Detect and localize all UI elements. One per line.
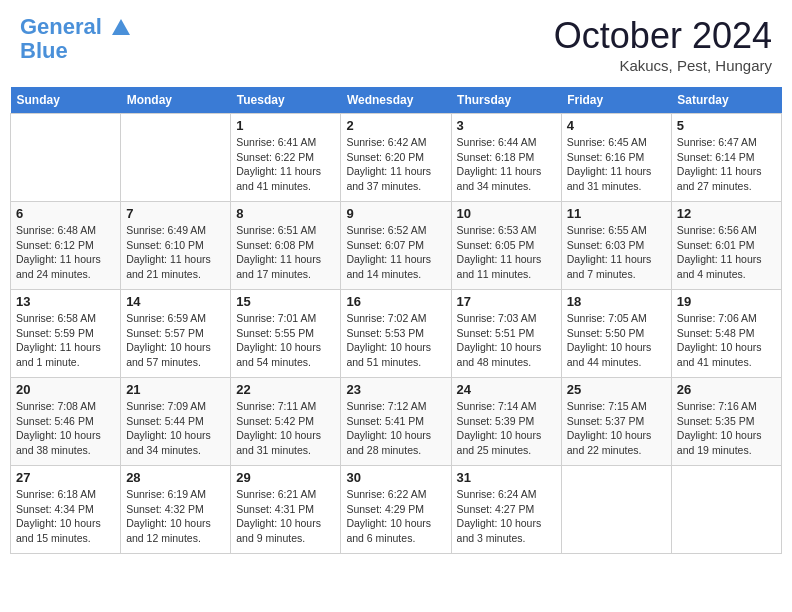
- weekday-header: Thursday: [451, 87, 561, 114]
- day-info: Sunrise: 6:41 AMSunset: 6:22 PMDaylight:…: [236, 135, 335, 194]
- weekday-header: Saturday: [671, 87, 781, 114]
- calendar-cell: 26Sunrise: 7:16 AMSunset: 5:35 PMDayligh…: [671, 378, 781, 466]
- calendar-week-row: 6Sunrise: 6:48 AMSunset: 6:12 PMDaylight…: [11, 202, 782, 290]
- calendar-cell: 17Sunrise: 7:03 AMSunset: 5:51 PMDayligh…: [451, 290, 561, 378]
- day-number: 26: [677, 382, 776, 397]
- day-number: 14: [126, 294, 225, 309]
- month-title: October 2024: [554, 15, 772, 57]
- logo: General Blue: [20, 15, 134, 63]
- calendar-cell: 18Sunrise: 7:05 AMSunset: 5:50 PMDayligh…: [561, 290, 671, 378]
- calendar-cell: 19Sunrise: 7:06 AMSunset: 5:48 PMDayligh…: [671, 290, 781, 378]
- day-number: 28: [126, 470, 225, 485]
- calendar-cell: 11Sunrise: 6:55 AMSunset: 6:03 PMDayligh…: [561, 202, 671, 290]
- day-number: 2: [346, 118, 445, 133]
- day-number: 13: [16, 294, 115, 309]
- day-info: Sunrise: 6:56 AMSunset: 6:01 PMDaylight:…: [677, 223, 776, 282]
- day-info: Sunrise: 7:05 AMSunset: 5:50 PMDaylight:…: [567, 311, 666, 370]
- day-info: Sunrise: 7:11 AMSunset: 5:42 PMDaylight:…: [236, 399, 335, 458]
- calendar-cell: 3Sunrise: 6:44 AMSunset: 6:18 PMDaylight…: [451, 114, 561, 202]
- calendar-cell: 24Sunrise: 7:14 AMSunset: 5:39 PMDayligh…: [451, 378, 561, 466]
- day-number: 1: [236, 118, 335, 133]
- calendar-cell: 27Sunrise: 6:18 AMSunset: 4:34 PMDayligh…: [11, 466, 121, 554]
- day-info: Sunrise: 6:44 AMSunset: 6:18 PMDaylight:…: [457, 135, 556, 194]
- calendar-cell: 5Sunrise: 6:47 AMSunset: 6:14 PMDaylight…: [671, 114, 781, 202]
- calendar-cell: 15Sunrise: 7:01 AMSunset: 5:55 PMDayligh…: [231, 290, 341, 378]
- day-number: 9: [346, 206, 445, 221]
- day-info: Sunrise: 6:55 AMSunset: 6:03 PMDaylight:…: [567, 223, 666, 282]
- page-header: General Blue October 2024 Kakucs, Pest, …: [10, 10, 782, 79]
- calendar-week-row: 27Sunrise: 6:18 AMSunset: 4:34 PMDayligh…: [11, 466, 782, 554]
- weekday-header: Tuesday: [231, 87, 341, 114]
- calendar-cell: [561, 466, 671, 554]
- day-number: 19: [677, 294, 776, 309]
- day-number: 4: [567, 118, 666, 133]
- calendar-cell: 16Sunrise: 7:02 AMSunset: 5:53 PMDayligh…: [341, 290, 451, 378]
- calendar-cell: [121, 114, 231, 202]
- day-number: 31: [457, 470, 556, 485]
- calendar-cell: 9Sunrise: 6:52 AMSunset: 6:07 PMDaylight…: [341, 202, 451, 290]
- calendar-table: SundayMondayTuesdayWednesdayThursdayFrid…: [10, 87, 782, 554]
- calendar-cell: 13Sunrise: 6:58 AMSunset: 5:59 PMDayligh…: [11, 290, 121, 378]
- day-info: Sunrise: 6:42 AMSunset: 6:20 PMDaylight:…: [346, 135, 445, 194]
- day-number: 5: [677, 118, 776, 133]
- day-number: 18: [567, 294, 666, 309]
- weekday-header-row: SundayMondayTuesdayWednesdayThursdayFrid…: [11, 87, 782, 114]
- day-number: 29: [236, 470, 335, 485]
- calendar-cell: 28Sunrise: 6:19 AMSunset: 4:32 PMDayligh…: [121, 466, 231, 554]
- weekday-header: Monday: [121, 87, 231, 114]
- calendar-cell: 22Sunrise: 7:11 AMSunset: 5:42 PMDayligh…: [231, 378, 341, 466]
- day-info: Sunrise: 7:14 AMSunset: 5:39 PMDaylight:…: [457, 399, 556, 458]
- day-number: 6: [16, 206, 115, 221]
- day-info: Sunrise: 6:49 AMSunset: 6:10 PMDaylight:…: [126, 223, 225, 282]
- day-info: Sunrise: 6:53 AMSunset: 6:05 PMDaylight:…: [457, 223, 556, 282]
- calendar-cell: 21Sunrise: 7:09 AMSunset: 5:44 PMDayligh…: [121, 378, 231, 466]
- calendar-cell: [671, 466, 781, 554]
- calendar-cell: 31Sunrise: 6:24 AMSunset: 4:27 PMDayligh…: [451, 466, 561, 554]
- day-number: 3: [457, 118, 556, 133]
- calendar-cell: 14Sunrise: 6:59 AMSunset: 5:57 PMDayligh…: [121, 290, 231, 378]
- calendar-cell: 29Sunrise: 6:21 AMSunset: 4:31 PMDayligh…: [231, 466, 341, 554]
- day-number: 11: [567, 206, 666, 221]
- day-number: 20: [16, 382, 115, 397]
- day-info: Sunrise: 6:19 AMSunset: 4:32 PMDaylight:…: [126, 487, 225, 546]
- calendar-cell: 6Sunrise: 6:48 AMSunset: 6:12 PMDaylight…: [11, 202, 121, 290]
- day-number: 15: [236, 294, 335, 309]
- calendar-week-row: 1Sunrise: 6:41 AMSunset: 6:22 PMDaylight…: [11, 114, 782, 202]
- day-number: 12: [677, 206, 776, 221]
- weekday-header: Wednesday: [341, 87, 451, 114]
- day-info: Sunrise: 6:58 AMSunset: 5:59 PMDaylight:…: [16, 311, 115, 370]
- logo-blue: Blue: [20, 39, 134, 63]
- calendar-cell: 2Sunrise: 6:42 AMSunset: 6:20 PMDaylight…: [341, 114, 451, 202]
- weekday-header: Friday: [561, 87, 671, 114]
- day-info: Sunrise: 7:09 AMSunset: 5:44 PMDaylight:…: [126, 399, 225, 458]
- calendar-week-row: 13Sunrise: 6:58 AMSunset: 5:59 PMDayligh…: [11, 290, 782, 378]
- day-number: 8: [236, 206, 335, 221]
- day-info: Sunrise: 6:21 AMSunset: 4:31 PMDaylight:…: [236, 487, 335, 546]
- day-number: 24: [457, 382, 556, 397]
- day-number: 10: [457, 206, 556, 221]
- day-info: Sunrise: 6:24 AMSunset: 4:27 PMDaylight:…: [457, 487, 556, 546]
- day-info: Sunrise: 6:45 AMSunset: 6:16 PMDaylight:…: [567, 135, 666, 194]
- day-number: 16: [346, 294, 445, 309]
- calendar-cell: 30Sunrise: 6:22 AMSunset: 4:29 PMDayligh…: [341, 466, 451, 554]
- calendar-cell: 1Sunrise: 6:41 AMSunset: 6:22 PMDaylight…: [231, 114, 341, 202]
- title-block: October 2024 Kakucs, Pest, Hungary: [554, 15, 772, 74]
- day-info: Sunrise: 7:15 AMSunset: 5:37 PMDaylight:…: [567, 399, 666, 458]
- calendar-cell: 4Sunrise: 6:45 AMSunset: 6:16 PMDaylight…: [561, 114, 671, 202]
- day-number: 30: [346, 470, 445, 485]
- day-info: Sunrise: 7:16 AMSunset: 5:35 PMDaylight:…: [677, 399, 776, 458]
- logo-text: General: [20, 15, 132, 39]
- day-info: Sunrise: 7:03 AMSunset: 5:51 PMDaylight:…: [457, 311, 556, 370]
- calendar-cell: 12Sunrise: 6:56 AMSunset: 6:01 PMDayligh…: [671, 202, 781, 290]
- day-info: Sunrise: 6:59 AMSunset: 5:57 PMDaylight:…: [126, 311, 225, 370]
- calendar-cell: 7Sunrise: 6:49 AMSunset: 6:10 PMDaylight…: [121, 202, 231, 290]
- svg-marker-0: [112, 19, 130, 35]
- day-info: Sunrise: 6:18 AMSunset: 4:34 PMDaylight:…: [16, 487, 115, 546]
- day-number: 27: [16, 470, 115, 485]
- location: Kakucs, Pest, Hungary: [554, 57, 772, 74]
- day-number: 17: [457, 294, 556, 309]
- day-info: Sunrise: 7:02 AMSunset: 5:53 PMDaylight:…: [346, 311, 445, 370]
- day-info: Sunrise: 6:22 AMSunset: 4:29 PMDaylight:…: [346, 487, 445, 546]
- day-info: Sunrise: 6:48 AMSunset: 6:12 PMDaylight:…: [16, 223, 115, 282]
- day-info: Sunrise: 6:47 AMSunset: 6:14 PMDaylight:…: [677, 135, 776, 194]
